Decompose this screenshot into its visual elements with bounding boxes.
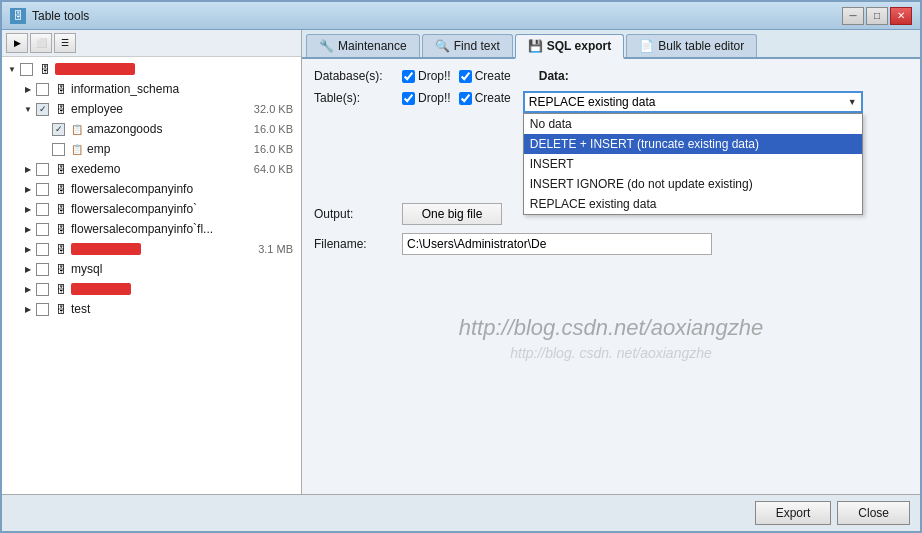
main-content: ▶ ⬜ ☰ information_schema — [2, 30, 920, 494]
tree-arrow-mysql[interactable] — [22, 263, 34, 275]
title-bar-left: 🗄 Table tools — [10, 8, 89, 24]
dropdown-option-insert-ignore[interactable]: INSERT IGNORE (do not update existing) — [524, 174, 862, 194]
tree-arrow-information_schema[interactable] — [22, 83, 34, 95]
tree-checkbox-mysql[interactable] — [36, 263, 49, 276]
output-select-button[interactable]: One big file — [402, 203, 502, 225]
tree-item-amazongoods[interactable]: amazongoods 16.0 KB — [2, 119, 301, 139]
tree-toolbar-btn-1[interactable]: ▶ — [6, 33, 28, 53]
close-button[interactable]: Close — [837, 501, 910, 525]
drop-tbl-option: Drop!! — [402, 91, 451, 105]
maintenance-icon: 🔧 — [319, 39, 334, 53]
data-section-label: Data: — [539, 69, 569, 83]
tree-item-test[interactable]: test — [2, 299, 301, 319]
create-db-checkbox[interactable] — [459, 70, 472, 83]
tree-item-emp[interactable]: emp 16.0 KB — [2, 139, 301, 159]
watermark-sub-text: http://blog. csdn. net/aoxiangzhe — [510, 345, 712, 361]
maximize-button[interactable]: □ — [866, 7, 888, 25]
tab-maintenance[interactable]: 🔧 Maintenance — [306, 34, 420, 57]
sql-export-content: Database(s): Drop!! Create Data: — [302, 59, 920, 494]
create-tbl-label: Create — [475, 91, 511, 105]
tree-item-employee[interactable]: employee 32.0 KB — [2, 99, 301, 119]
tree-checkbox-information_schema[interactable] — [36, 83, 49, 96]
create-db-label: Create — [475, 69, 511, 83]
databases-label: Database(s): — [314, 69, 394, 83]
tree-label-redacted2 — [71, 283, 131, 295]
tree-db-icon-root — [37, 62, 53, 76]
tree-label-flowersale1: flowersalecompanyinfo — [71, 182, 297, 196]
tree-item-redacted1[interactable]: 3.1 MB — [2, 239, 301, 259]
tree-arrow-redacted2[interactable] — [22, 283, 34, 295]
tab-bulk-editor-label: Bulk table editor — [658, 39, 744, 53]
tree-label-mysql: mysql — [71, 262, 297, 276]
filename-input[interactable] — [402, 233, 712, 255]
tree-checkbox-employee[interactable] — [36, 103, 49, 116]
drop-db-label: Drop!! — [418, 69, 451, 83]
export-button[interactable]: Export — [755, 501, 832, 525]
drop-db-checkbox[interactable] — [402, 70, 415, 83]
tree-toolbar-btn-3[interactable]: ☰ — [54, 33, 76, 53]
data-dropdown-selected[interactable]: REPLACE existing data ▼ — [523, 91, 863, 113]
tree-arrow-redacted1[interactable] — [22, 243, 34, 255]
tree-size-exedemo: 64.0 KB — [254, 163, 297, 175]
filename-label: Filename: — [314, 237, 394, 251]
tree-arrow-flowersale1[interactable] — [22, 183, 34, 195]
tree-db-icon-redacted1 — [53, 242, 69, 256]
drop-tbl-checkbox[interactable] — [402, 92, 415, 105]
tab-sql-export[interactable]: 💾 SQL export — [515, 34, 624, 59]
tree-arrow-test[interactable] — [22, 303, 34, 315]
tree-item-root[interactable] — [2, 59, 301, 79]
tree-arrow-flowersale3[interactable] — [22, 223, 34, 235]
tree-db-icon-flowersale2 — [53, 202, 69, 216]
tree-label-exedemo: exedemo — [71, 162, 254, 176]
title-bar: 🗄 Table tools ─ □ ✕ — [2, 2, 920, 30]
tree-item-flowersale2[interactable]: flowersalecompanyinfo` — [2, 199, 301, 219]
tables-label: Table(s): — [314, 91, 394, 105]
tree-checkbox-redacted2[interactable] — [36, 283, 49, 296]
tree-db-icon-redacted2 — [53, 282, 69, 296]
tab-find-text-label: Find text — [454, 39, 500, 53]
left-panel: ▶ ⬜ ☰ information_schema — [2, 30, 302, 494]
tree-db-icon-information_schema — [53, 82, 69, 96]
tree-checkbox-flowersale2[interactable] — [36, 203, 49, 216]
tab-sql-export-label: SQL export — [547, 39, 611, 53]
tree-arrow-employee[interactable] — [22, 103, 34, 115]
tree-checkbox-amazongoods[interactable] — [52, 123, 65, 136]
tree-table-icon-emp — [69, 142, 85, 156]
databases-row: Database(s): Drop!! Create Data: — [314, 69, 908, 83]
tree-size-redacted1: 3.1 MB — [258, 243, 297, 255]
tree-checkbox-root[interactable] — [20, 63, 33, 76]
tree-arrow-root[interactable] — [6, 63, 18, 75]
tree-checkbox-flowersale1[interactable] — [36, 183, 49, 196]
tree-size-amazongoods: 16.0 KB — [254, 123, 297, 135]
dropdown-option-replace[interactable]: REPLACE existing data — [524, 194, 862, 214]
tree-checkbox-test[interactable] — [36, 303, 49, 316]
create-tbl-checkbox[interactable] — [459, 92, 472, 105]
tree-item-information_schema[interactable]: information_schema — [2, 79, 301, 99]
tree-db-icon-flowersale1 — [53, 182, 69, 196]
tree-item-mysql[interactable]: mysql — [2, 259, 301, 279]
tree-size-emp: 16.0 KB — [254, 143, 297, 155]
tree-item-redacted2[interactable] — [2, 279, 301, 299]
dropdown-option-no-data[interactable]: No data — [524, 114, 862, 134]
tree-checkbox-emp[interactable] — [52, 143, 65, 156]
tree-db-icon-flowersale3 — [53, 222, 69, 236]
tree-checkbox-redacted1[interactable] — [36, 243, 49, 256]
tree-item-exedemo[interactable]: exedemo 64.0 KB — [2, 159, 301, 179]
tree-toolbar-btn-2[interactable]: ⬜ — [30, 33, 52, 53]
data-dropdown-list: No data DELETE + INSERT (truncate existi… — [523, 113, 863, 215]
data-dropdown-value: REPLACE existing data — [529, 95, 656, 109]
tree-checkbox-exedemo[interactable] — [36, 163, 49, 176]
close-window-button[interactable]: ✕ — [890, 7, 912, 25]
tree-item-flowersale1[interactable]: flowersalecompanyinfo — [2, 179, 301, 199]
tree-label-flowersale3: flowersalecompanyinfo`fl... — [71, 222, 297, 236]
tree-item-flowersale3[interactable]: flowersalecompanyinfo`fl... — [2, 219, 301, 239]
tab-find-text[interactable]: 🔍 Find text — [422, 34, 513, 57]
tab-bulk-table-editor[interactable]: 📄 Bulk table editor — [626, 34, 757, 57]
dropdown-option-insert[interactable]: INSERT — [524, 154, 862, 174]
minimize-button[interactable]: ─ — [842, 7, 864, 25]
tree-checkbox-flowersale3[interactable] — [36, 223, 49, 236]
dropdown-option-delete-insert[interactable]: DELETE + INSERT (truncate existing data) — [524, 134, 862, 154]
tree-label-flowersale2: flowersalecompanyinfo` — [71, 202, 297, 216]
tree-arrow-flowersale2[interactable] — [22, 203, 34, 215]
tree-arrow-exedemo[interactable] — [22, 163, 34, 175]
